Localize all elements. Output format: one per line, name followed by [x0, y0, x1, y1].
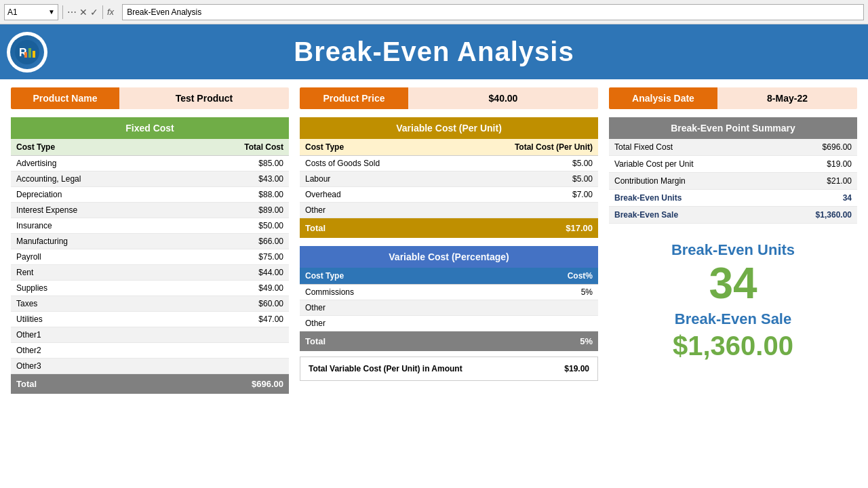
variable-cost-row: Other: [300, 203, 598, 218]
fixed-cost-type: Insurance: [11, 218, 178, 234]
variable-pct-cost: 5%: [486, 285, 598, 300]
fixed-cost-row: Insurance $50.00: [11, 218, 289, 234]
analysis-date-value[interactable]: 8-May-22: [717, 87, 857, 109]
fixed-cost-table: Fixed Cost Cost Type Total Cost Advertis…: [11, 117, 289, 394]
formula-bar[interactable]: Break-Even Analysis: [122, 4, 864, 20]
fixed-cost-amount: [178, 359, 289, 374]
fixed-cost-amount: $60.00: [178, 296, 289, 312]
variable-col2: Total Cost (Per Unit): [446, 139, 598, 156]
fixed-col2: Total Cost: [178, 139, 289, 156]
fx-label: fx: [107, 7, 114, 17]
left-panel: Product Name Test Product Fixed Cost Cos…: [11, 87, 289, 394]
breakeven-sale-value: $1,360.00: [609, 331, 857, 361]
breakeven-units-value: 34: [609, 262, 857, 305]
fixed-cost-row: Depreciation $88.00: [11, 187, 289, 203]
summary-label: Break-Even Sale: [609, 207, 772, 224]
fixed-cost-type: Taxes: [11, 296, 178, 312]
summary-row: Break-Even Units 34: [609, 190, 857, 207]
toolbar-divider2: [102, 5, 103, 19]
variable-cost-row: Overhead $7.00: [300, 187, 598, 203]
fixed-cost-amount: $50.00: [178, 218, 289, 234]
breakeven-units-section: Break-Even Units 34 Break-Even Sale $1,3…: [609, 235, 857, 368]
fixed-cost-type: Manufacturing: [11, 234, 178, 249]
variable-pct-row: Other: [300, 316, 598, 331]
logo-inner: R: [10, 35, 44, 69]
fixed-cost-row: Supplies $49.00: [11, 281, 289, 296]
fixed-cost-type: Other2: [11, 343, 178, 359]
fixed-cost-type: Other3: [11, 359, 178, 374]
breakeven-units-label: Break-Even Units: [609, 241, 857, 259]
total-variable-label: Total Variable Cost (Per Unit) in Amount: [300, 357, 556, 380]
breakeven-sale-label: Break-Even Sale: [609, 310, 857, 328]
summary-label: Variable Cost per Unit: [609, 156, 772, 173]
summary-row: Variable Cost per Unit $19.00: [609, 156, 857, 173]
variable-pct-table: Variable Cost (Percentage) Cost Type Cos…: [300, 246, 598, 351]
summary-value: $1,360.00: [772, 207, 857, 224]
fixed-cost-type: Utilities: [11, 312, 178, 327]
toolbar-dots-icon[interactable]: ⋯: [67, 7, 77, 18]
variable-pct-col2: Cost%: [486, 268, 598, 285]
variable-pct-col1: Cost Type: [300, 268, 486, 285]
fixed-cost-type: Payroll: [11, 249, 178, 265]
variable-pct-total-label: Total: [300, 331, 486, 352]
product-price-value[interactable]: $40.00: [408, 87, 598, 109]
confirm-icon[interactable]: ✓: [90, 7, 98, 18]
main-content: Product Name Test Product Fixed Cost Cos…: [0, 79, 868, 402]
fixed-cost-type: Rent: [11, 265, 178, 281]
page-title: Break-Even Analysis: [294, 37, 574, 67]
variable-pct-cost: [486, 316, 598, 331]
cell-ref-chevron: ▼: [48, 8, 55, 16]
fixed-col1: Cost Type: [11, 139, 178, 156]
variable-cost-type: Other: [300, 203, 446, 218]
summary-value: 34: [772, 190, 857, 207]
product-name-value[interactable]: Test Product: [119, 87, 289, 109]
summary-value: $19.00: [772, 156, 857, 173]
variable-cost-amount: $7.00: [446, 187, 598, 203]
svg-rect-2: [28, 48, 31, 58]
fixed-total-label: Total: [11, 374, 178, 394]
fixed-cost-total-row: Total $696.00: [11, 374, 289, 394]
variable-cost-title: Variable Cost (Per Unit): [300, 117, 598, 139]
fixed-cost-type: Depreciation: [11, 187, 178, 203]
variable-pct-title: Variable Cost (Percentage): [300, 246, 598, 268]
summary-value: $696.00: [772, 139, 857, 156]
mid-panel: Product Price $40.00 Variable Cost (Per …: [300, 87, 598, 394]
summary-label: Total Fixed Cost: [609, 139, 772, 156]
variable-cost-amount: $5.00: [446, 156, 598, 171]
variable-cost-row: Costs of Goods Sold $5.00: [300, 156, 598, 171]
fixed-cost-row: Taxes $60.00: [11, 296, 289, 312]
fixed-cost-row: Other1: [11, 327, 289, 343]
cell-reference[interactable]: A1 ▼: [4, 4, 58, 20]
total-variable-value: $19.00: [556, 357, 597, 380]
fixed-cost-title: Fixed Cost: [11, 117, 289, 139]
fixed-cost-amount: $44.00: [178, 265, 289, 281]
fixed-cost-amount: $66.00: [178, 234, 289, 249]
variable-cost-type: Labour: [300, 171, 446, 187]
variable-cost-type: Costs of Goods Sold: [300, 156, 446, 171]
summary-label: Break-Even Units: [609, 190, 772, 207]
summary-value: $21.00: [772, 173, 857, 190]
fixed-cost-row: Other3: [11, 359, 289, 374]
product-price-row: Product Price $40.00: [300, 87, 598, 109]
summary-row: Total Fixed Cost $696.00: [609, 139, 857, 156]
fixed-cost-amount: $47.00: [178, 312, 289, 327]
variable-pct-total-value: 5%: [486, 331, 598, 352]
fixed-cost-amount: $75.00: [178, 249, 289, 265]
fixed-cost-row: Other2: [11, 343, 289, 359]
product-price-label: Product Price: [300, 87, 408, 109]
fixed-cost-amount: $89.00: [178, 203, 289, 218]
variable-cost-total-row: Total $17.00: [300, 218, 598, 239]
variable-total-value: $17.00: [446, 218, 598, 239]
variable-pct-row: Commissions 5%: [300, 285, 598, 300]
variable-cost-amount: [446, 203, 598, 218]
variable-pct-type: Other: [300, 316, 486, 331]
variable-pct-total-row: Total 5%: [300, 331, 598, 352]
variable-col1: Cost Type: [300, 139, 446, 156]
cell-ref-value: A1: [7, 7, 18, 17]
fixed-cost-amount: [178, 327, 289, 343]
variable-cost-table: Variable Cost (Per Unit) Cost Type Total…: [300, 117, 598, 238]
variable-cost-amount: $5.00: [446, 171, 598, 187]
variable-cost-row: Labour $5.00: [300, 171, 598, 187]
cancel-icon[interactable]: ✕: [79, 7, 87, 18]
summary-table: Break-Even Point Summary Total Fixed Cos…: [609, 117, 857, 224]
